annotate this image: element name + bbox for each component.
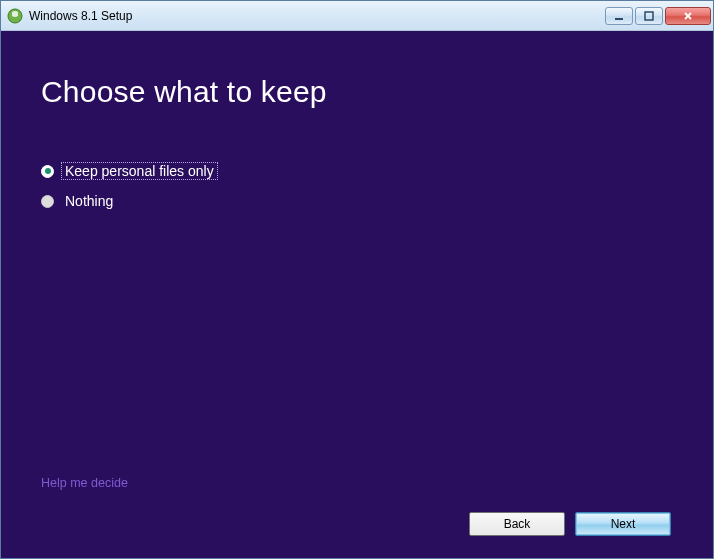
setup-window: Windows 8.1 Setup Choose what to keep Ke… [0, 0, 714, 559]
app-icon [7, 8, 23, 24]
radio-icon [41, 195, 54, 208]
option-nothing[interactable]: Nothing [41, 193, 673, 209]
next-button[interactable]: Next [575, 512, 671, 536]
page-title: Choose what to keep [41, 75, 673, 109]
maximize-button[interactable] [635, 7, 663, 25]
button-row: Back Next [41, 512, 673, 538]
svg-rect-1 [615, 18, 623, 20]
radio-icon [41, 165, 54, 178]
window-title: Windows 8.1 Setup [29, 9, 605, 23]
window-controls [605, 7, 711, 25]
help-me-decide-link[interactable]: Help me decide [41, 476, 673, 490]
close-button[interactable] [665, 7, 711, 25]
option-keep-files[interactable]: Keep personal files only [41, 163, 673, 179]
content-area: Choose what to keep Keep personal files … [1, 31, 713, 558]
option-label: Keep personal files only [62, 163, 217, 179]
svg-rect-2 [645, 12, 653, 20]
options-group: Keep personal files only Nothing [41, 163, 673, 209]
back-button[interactable]: Back [469, 512, 565, 536]
option-label: Nothing [62, 193, 116, 209]
titlebar[interactable]: Windows 8.1 Setup [1, 1, 713, 31]
minimize-button[interactable] [605, 7, 633, 25]
